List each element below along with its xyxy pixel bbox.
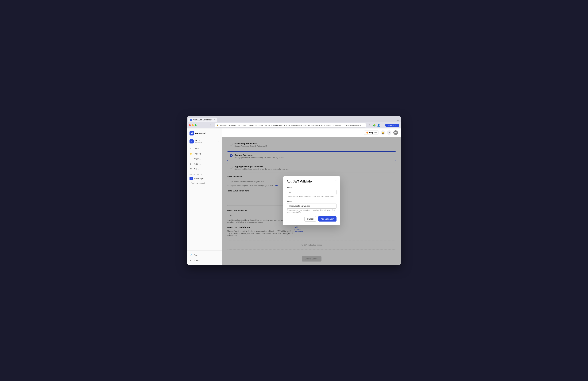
sidebar-item-settings[interactable]: ⚙ Settings bbox=[187, 161, 222, 166]
sidebar-logo: W web3auth bbox=[187, 128, 222, 138]
modal-actions: Cancel Add Validation bbox=[287, 216, 336, 222]
modal-title: Add JWT Validation bbox=[287, 180, 336, 183]
sidebar-item-status[interactable]: ● Status bbox=[187, 258, 222, 263]
logo-text: web3auth bbox=[195, 132, 206, 135]
sidebar-item-projects[interactable]: 📁 Projects bbox=[187, 151, 222, 156]
sidebar-item-archive-label: Archive bbox=[194, 158, 201, 160]
add-project-button[interactable]: + Add new project bbox=[187, 181, 222, 185]
logo-icon: W bbox=[189, 131, 194, 135]
my-projects-label: My Projects bbox=[187, 172, 222, 176]
home-icon: ⌂ bbox=[189, 147, 192, 150]
modal-value-input[interactable] bbox=[287, 203, 336, 209]
browser-navigation: ‹ › ↻ bbox=[199, 123, 212, 127]
sidebar-item-home-label: Home bbox=[194, 147, 199, 150]
extensions-icon[interactable]: 🧩 bbox=[373, 124, 376, 127]
modal-close-button[interactable]: ✕ bbox=[334, 179, 338, 182]
modal-dialog: Add JWT Validation ✕ Field* Key of the f… bbox=[283, 176, 340, 225]
sidebar-nav: ⌂ Home 📁 Projects 🗄 Archive ⚙ Settings ☰ bbox=[187, 145, 222, 250]
close-traffic-light[interactable] bbox=[189, 124, 191, 126]
minimize-traffic-light[interactable] bbox=[192, 124, 194, 126]
upgrade-label: Upgrade bbox=[369, 132, 377, 134]
new-tab-button[interactable]: + bbox=[218, 117, 222, 122]
url-text: dashboard.web3auth.io/organization/W-3-A… bbox=[220, 124, 361, 126]
modal-field-input[interactable] bbox=[287, 190, 336, 195]
org-info: W 3 A Base Plan bbox=[195, 139, 217, 143]
sidebar-item-billing[interactable]: ☰ Billing bbox=[187, 166, 222, 172]
sidebar-status-label: Status bbox=[194, 259, 200, 262]
project-item-label: First Project bbox=[194, 177, 204, 180]
address-bar[interactable]: 🔒 dashboard.web3auth.io/organization/W-3… bbox=[215, 123, 366, 128]
notifications-button[interactable]: 🔔 bbox=[381, 130, 385, 135]
app-container: W web3auth W W 3 A Base Plan ⌄ ⌂ Home 📁 bbox=[187, 128, 401, 265]
refresh-button[interactable]: ↻ bbox=[209, 123, 212, 127]
traffic-lights bbox=[189, 124, 196, 126]
lock-icon: 🔒 bbox=[216, 124, 219, 126]
add-validation-button[interactable]: Add Validation bbox=[318, 216, 336, 222]
tab-overflow-button[interactable]: ⌄ bbox=[396, 118, 400, 122]
tab-close-button[interactable]: ✕ bbox=[214, 119, 215, 121]
project-item-first[interactable]: F First Project bbox=[187, 176, 222, 181]
billing-icon: ☰ bbox=[189, 168, 192, 170]
finish-update-button[interactable]: Finish update bbox=[385, 124, 399, 127]
profile-icon[interactable]: 👤 bbox=[377, 124, 380, 127]
org-plan: Base Plan bbox=[195, 142, 217, 143]
help-button[interactable]: ? bbox=[387, 130, 392, 135]
tab-title: Web3Auth Developers bbox=[193, 119, 212, 121]
maximize-traffic-light[interactable] bbox=[195, 124, 196, 126]
sidebar-item-docs[interactable]: 📄 Docs bbox=[187, 253, 222, 258]
modal-field-label: Field* bbox=[287, 186, 336, 189]
sidebar-item-archive[interactable]: 🗄 Archive bbox=[187, 156, 222, 161]
modal-overlay[interactable]: Add JWT Validation ✕ Field* Key of the f… bbox=[222, 137, 401, 265]
archive-icon: 🗄 bbox=[189, 157, 192, 160]
sidebar-item-billing-label: Billing bbox=[194, 168, 199, 170]
add-project-label: + Add new project bbox=[189, 182, 205, 184]
modal-field-section: Field* Key of the field that is constant… bbox=[287, 186, 336, 198]
forward-button[interactable]: › bbox=[204, 123, 208, 127]
active-tab[interactable]: W Web3Auth Developers ✕ bbox=[188, 117, 217, 122]
cancel-button[interactable]: Cancel bbox=[304, 216, 316, 222]
modal-value-label: Value* bbox=[287, 200, 336, 202]
flame-icon: 🔥 bbox=[366, 132, 368, 134]
app-topbar: 🔥 Upgrade 🔔 ? MS bbox=[222, 128, 401, 137]
logo-letter: W bbox=[191, 132, 193, 134]
docs-icon: 📄 bbox=[189, 254, 192, 256]
user-avatar[interactable]: MS bbox=[393, 130, 398, 135]
modal-value-hint: Common value corresponding to your key. … bbox=[287, 209, 336, 213]
back-button[interactable]: ‹ bbox=[199, 123, 203, 127]
right-panel: 🔥 Upgrade 🔔 ? MS Social Login Providers … bbox=[222, 128, 401, 265]
sidebar-item-settings-label: Settings bbox=[194, 163, 201, 165]
tab-bar: W Web3Auth Developers ✕ + ⌄ bbox=[187, 116, 401, 122]
org-avatar: W bbox=[189, 139, 194, 143]
sidebar-item-home[interactable]: ⌂ Home bbox=[187, 146, 222, 151]
bookmark-icon[interactable]: ☆ bbox=[368, 124, 371, 127]
org-name: W 3 A bbox=[195, 139, 217, 142]
menu-icon[interactable]: ⋮ bbox=[381, 124, 384, 127]
tab-favicon: W bbox=[190, 119, 192, 121]
projects-icon: 📁 bbox=[189, 153, 192, 155]
status-icon: ● bbox=[189, 259, 192, 262]
modal-field-hint: Key of the field that is constant across… bbox=[287, 196, 336, 198]
org-switcher[interactable]: W W 3 A Base Plan ⌄ bbox=[187, 138, 222, 145]
upgrade-button[interactable]: 🔥 Upgrade bbox=[364, 131, 379, 135]
browser-titlebar: ‹ › ↻ 🔒 dashboard.web3auth.io/organizati… bbox=[187, 122, 401, 128]
settings-icon: ⚙ bbox=[189, 163, 192, 165]
main-content: Social Login Providers Google, Facebook,… bbox=[222, 137, 401, 265]
modal-value-section: Value* Common value corresponding to you… bbox=[287, 200, 336, 213]
sidebar-footer: 📄 Docs ● Status bbox=[187, 250, 222, 265]
project-avatar: F bbox=[189, 177, 193, 180]
sidebar: W web3auth W W 3 A Base Plan ⌄ ⌂ Home 📁 bbox=[187, 128, 222, 265]
sidebar-docs-label: Docs bbox=[194, 254, 198, 256]
sidebar-item-projects-label: Projects bbox=[194, 153, 201, 155]
chevron-down-icon: ⌄ bbox=[218, 141, 219, 142]
